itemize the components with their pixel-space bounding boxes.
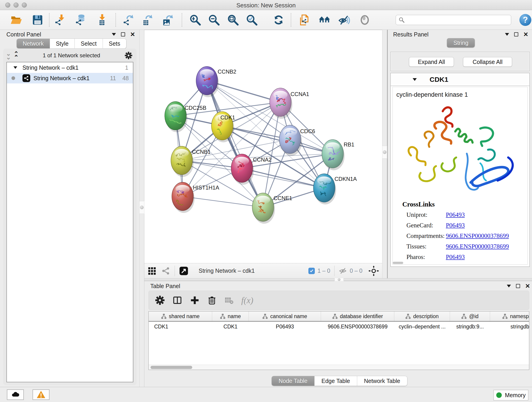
table-cell[interactable]: 9606.ENSP00000378699	[321, 324, 394, 330]
hidden-elements-icon[interactable]	[339, 267, 347, 275]
network-node-cdkn1a[interactable]: CDKN1A	[313, 174, 357, 204]
float-panel-icon[interactable]	[121, 32, 125, 36]
add-column-icon[interactable]	[190, 295, 200, 305]
clone-network-icon[interactable]	[298, 13, 311, 26]
network-graph[interactable]: CCNB2CCNA1CDC25BCDK1CDC6RB1CCNB1CCNA2CDK…	[144, 30, 382, 263]
tab-edge-table[interactable]: Edge Table	[315, 376, 357, 386]
detach-view-icon[interactable]	[179, 266, 189, 276]
column-header-name[interactable]: name	[212, 312, 249, 321]
column-header-shared-name[interactable]: shared name	[149, 312, 212, 321]
column-header-description[interactable]: description	[394, 312, 450, 321]
column-header-namespace[interactable]: namespace	[490, 312, 529, 321]
network-canvas[interactable]: CCNB2CCNA1CDC25BCDK1CDC6RB1CCNB1CCNA2CDK…	[144, 30, 382, 263]
edge-hist1h1a-ccne1[interactable]	[183, 196, 263, 207]
zoom-selected-icon[interactable]	[245, 13, 258, 26]
tab-network[interactable]: Network	[17, 38, 50, 49]
table-hscrollbar[interactable]	[149, 365, 529, 370]
expand-all-button[interactable]: Expand All	[409, 57, 454, 67]
cdk1-card-header[interactable]: CDK1	[391, 73, 530, 86]
column-header-database-identifier[interactable]: database identifier	[321, 312, 394, 321]
export-table-icon[interactable]	[141, 13, 153, 26]
grid-view-icon[interactable]	[147, 267, 156, 275]
crosslink-link[interactable]: 9606.ENSP00000378699	[446, 243, 509, 250]
network-row[interactable]: String Network – cdk1 11 48	[7, 73, 133, 83]
column-header-canonical-name[interactable]: canonical name	[249, 312, 321, 321]
delete-table-icon[interactable]	[224, 296, 234, 305]
import-network-database-icon[interactable]	[75, 13, 87, 26]
edge-ccna2-cdkn1a[interactable]	[242, 168, 324, 188]
panel-menu-icon[interactable]	[505, 33, 509, 36]
table-hscrollbar-thumb[interactable]	[151, 366, 192, 369]
save-session-icon[interactable]	[31, 13, 44, 26]
network-node-rb1[interactable]: RB1	[322, 140, 355, 170]
refresh-icon[interactable]	[272, 13, 285, 26]
search-input[interactable]	[396, 15, 511, 25]
fit-content-crosshair-icon[interactable]	[368, 266, 379, 276]
zoom-fit-icon[interactable]	[227, 13, 239, 26]
network-node-ccnb2[interactable]: CCNB2	[196, 66, 236, 97]
right-splitter[interactable]	[382, 30, 387, 278]
close-panel-icon[interactable]: ✕	[525, 284, 530, 288]
left-splitter-handle[interactable]	[139, 201, 144, 214]
network-node-cdc25b[interactable]: CDC25B	[165, 102, 206, 132]
warnings-button[interactable]	[32, 389, 50, 400]
tab-style[interactable]: Style	[50, 38, 75, 49]
delete-column-icon[interactable]	[207, 296, 216, 305]
collapse-all-networks-icon[interactable]: ⌄⌄	[6, 52, 11, 59]
help-button[interactable]: ?	[519, 14, 531, 26]
cloud-status-button[interactable]	[7, 389, 24, 400]
tab-network-table[interactable]: Network Table	[357, 376, 407, 386]
tab-sets[interactable]: Sets	[103, 38, 127, 49]
home-icon[interactable]	[318, 13, 331, 26]
table-row[interactable]: CDK1CDK1P064939606.ENSP00000378699cyclin…	[149, 322, 529, 332]
crosslink-link[interactable]: P06493	[446, 222, 465, 229]
tab-string[interactable]: String	[447, 38, 475, 48]
float-panel-icon[interactable]	[514, 32, 518, 36]
memory-button[interactable]: Memory	[494, 390, 528, 400]
table-cell[interactable]: stringdb	[490, 324, 529, 330]
show-columns-icon[interactable]	[172, 295, 182, 305]
selected-nodes-checkbox-icon[interactable]	[308, 268, 315, 274]
section-collapse-icon[interactable]	[413, 78, 417, 81]
column-header--id[interactable]: @id	[450, 312, 490, 321]
collapse-all-button[interactable]: Collapse All	[463, 57, 512, 67]
crosslink-link[interactable]: 9606.ENSP00000378699	[446, 232, 509, 240]
left-splitter[interactable]	[139, 30, 144, 387]
tab-select[interactable]: Select	[75, 38, 103, 49]
network-node-ccna1[interactable]: CCNA1	[270, 88, 309, 119]
right-splitter-handle[interactable]	[382, 146, 387, 159]
tab-node-table[interactable]: Node Table	[272, 376, 315, 386]
network-node-ccne1[interactable]: CCNE1	[252, 193, 292, 224]
panel-menu-icon[interactable]	[112, 33, 116, 36]
table-cell[interactable]: CDK1	[149, 324, 212, 330]
results-scrollbar-thumb[interactable]	[393, 262, 403, 264]
show-graphics-icon[interactable]	[358, 13, 371, 26]
import-network-icon[interactable]	[54, 13, 67, 26]
collection-expand-icon[interactable]	[13, 66, 17, 69]
table-cell[interactable]: cyclin–dependent ...	[394, 324, 450, 330]
zoom-out-icon[interactable]	[208, 13, 220, 26]
network-options-gear-icon[interactable]	[125, 51, 133, 59]
table-cell[interactable]: CDK1	[212, 324, 249, 330]
network-node-hist1h1a[interactable]: HIST1H1A	[172, 182, 219, 213]
hide-graphics-details-icon[interactable]	[338, 13, 351, 26]
export-network-icon[interactable]	[122, 13, 134, 26]
close-panel-icon[interactable]: ✕	[523, 32, 528, 37]
function-builder-icon[interactable]: f(x)	[241, 295, 253, 305]
table-cell[interactable]: stringdb:9...	[450, 324, 490, 330]
close-panel-icon[interactable]: ✕	[130, 32, 135, 37]
network-node-ccnb1[interactable]: CCNB1	[171, 146, 210, 177]
import-table-icon[interactable]	[96, 13, 109, 26]
table-cell[interactable]: P06493	[249, 324, 321, 330]
network-node-cdk1[interactable]: CDK1	[211, 112, 235, 142]
network-collection-row[interactable]: String Network – cdk1 1	[7, 62, 133, 73]
panel-menu-icon[interactable]	[507, 285, 511, 287]
zoom-in-icon[interactable]	[189, 13, 202, 26]
crosslink-link[interactable]: P06493	[446, 254, 465, 261]
table-options-gear-icon[interactable]	[155, 295, 165, 305]
float-panel-icon[interactable]	[516, 284, 520, 288]
expand-all-networks-icon[interactable]: ⌃⌃	[14, 52, 18, 59]
crosslink-link[interactable]: P06493	[446, 211, 465, 218]
birdseye-view-icon[interactable]	[161, 266, 171, 275]
export-image-icon[interactable]	[161, 13, 174, 26]
